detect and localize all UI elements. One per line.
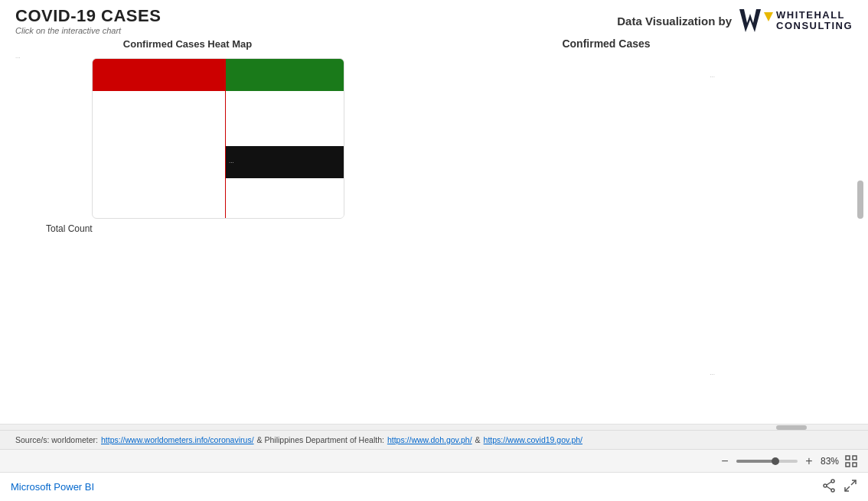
svg-marker-0 <box>739 9 761 32</box>
svg-marker-1 <box>764 12 773 21</box>
heatmap-container[interactable]: ··· Total Count <box>46 58 344 234</box>
powerbi-bar: Microsoft Power BI <box>0 472 868 501</box>
powerbi-icons <box>822 479 857 496</box>
whitehall-logo: WHITEHALL CONSULTING <box>738 6 853 35</box>
heatmap-black-bar: ··· <box>226 146 344 178</box>
svg-point-7 <box>824 484 827 487</box>
heatmap-section-title: Confirmed Cases Heat Map <box>123 38 252 50</box>
footer-link-2[interactable]: https://www.doh.gov.ph/ <box>387 435 472 444</box>
share-svg <box>822 479 836 493</box>
heatmap-right-bottom-white <box>226 178 344 219</box>
heatmap-left-col <box>93 59 226 219</box>
title-block: COVID-19 CASES Click on the interactive … <box>15 6 161 35</box>
powerbi-link[interactable]: Microsoft Power BI <box>11 481 94 493</box>
expand-icon[interactable] <box>844 479 857 496</box>
footer-mid-text: & Philippines Department of Health: <box>257 435 384 444</box>
main-container: COVID-19 CASES Click on the interactive … <box>0 0 868 501</box>
content-area: ··· Total Count ··· ··· ··· <box>0 50 868 424</box>
svg-line-10 <box>827 486 831 490</box>
zoom-out-button[interactable]: − <box>718 454 732 468</box>
confirmed-title-wrapper: Confirmed Cases <box>360 37 853 50</box>
svg-line-12 <box>845 486 850 491</box>
brand-name-bottom: CONSULTING <box>776 21 853 31</box>
svg-rect-2 <box>846 456 850 460</box>
heatmap-green-bar <box>226 59 344 91</box>
fit-screen-icon[interactable] <box>844 454 859 469</box>
svg-point-6 <box>831 480 834 483</box>
top-right-dots: ··· <box>710 73 715 80</box>
subtitle[interactable]: Click on the interactive chart <box>15 26 161 35</box>
footer-link-1[interactable]: https://www.worldometers.info/coronaviru… <box>101 435 254 444</box>
vertical-scrollbar[interactable] <box>857 181 863 219</box>
footer-amp-text: & <box>475 435 481 444</box>
black-bar-dots: ··· <box>229 159 234 166</box>
heatmap-chart[interactable]: ··· <box>92 58 344 219</box>
chart-titles-row: Confirmed Cases Heat Map Confirmed Cases <box>0 35 868 50</box>
confirmed-cases-header: Confirmed Cases <box>562 37 650 50</box>
expand-svg <box>844 479 857 493</box>
source-text: Source/s: worldometer: <box>15 435 98 444</box>
bottom-right-dots: ··· <box>710 371 715 378</box>
svg-rect-4 <box>846 463 850 467</box>
footer-bar: Source/s: worldometer: https://www.world… <box>0 430 868 449</box>
horizontal-scrollbar-thumb[interactable] <box>776 425 807 430</box>
zoom-bar: − + 83% <box>0 449 868 472</box>
svg-line-9 <box>827 482 831 485</box>
zoom-in-button[interactable]: + <box>802 454 816 468</box>
footer-link-3[interactable]: https://www.covid19.gov.ph/ <box>484 435 582 444</box>
zoom-slider-fill <box>736 460 773 463</box>
heatmap-red-bar <box>93 59 225 91</box>
zoom-slider-track[interactable] <box>736 460 798 463</box>
brand-name-block: WHITEHALL CONSULTING <box>776 10 853 32</box>
heatmap-right-middle-white <box>226 91 344 146</box>
total-count-label: Total Count <box>46 223 344 234</box>
brand-text: Data Visualization by <box>617 15 732 28</box>
svg-rect-3 <box>853 456 857 460</box>
fit-icon-svg <box>845 455 857 467</box>
zoom-percent: 83% <box>821 456 839 467</box>
svg-point-8 <box>831 489 834 492</box>
app-title: COVID-19 CASES <box>15 6 161 26</box>
top-left-dots: ··· <box>15 54 21 61</box>
zoom-slider-thumb[interactable] <box>772 457 779 465</box>
share-icon[interactable] <box>822 479 836 496</box>
brand-block: Data Visualization by WHITEHALL CONSULTI… <box>617 6 853 35</box>
heatmap-right-col: ··· <box>226 59 344 219</box>
heatmap-title-wrapper: Confirmed Cases Heat Map <box>15 37 360 50</box>
svg-rect-5 <box>853 463 857 467</box>
svg-line-11 <box>851 480 856 485</box>
header: COVID-19 CASES Click on the interactive … <box>0 0 868 35</box>
brand-name-top: WHITEHALL <box>776 10 853 21</box>
logo-svg <box>738 6 775 35</box>
horizontal-scrollbar-area <box>0 424 868 430</box>
